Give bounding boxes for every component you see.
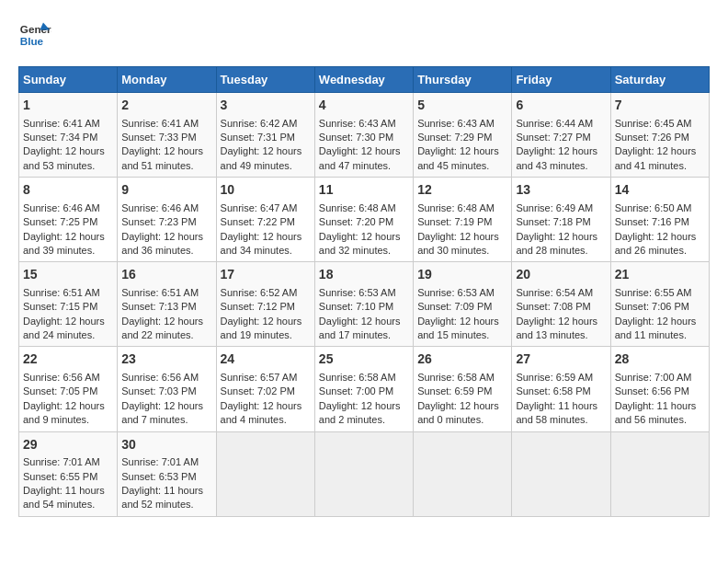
calendar-cell: 10Sunrise: 6:47 AMSunset: 7:22 PMDayligh… <box>216 178 314 262</box>
sunrise: Sunrise: 6:54 AM <box>516 287 593 298</box>
calendar-cell <box>314 431 413 516</box>
sunset: Sunset: 7:30 PM <box>319 132 393 143</box>
daylight: Daylight: 12 hours and 47 minutes. <box>319 145 401 170</box>
sunrise: Sunrise: 6:51 AM <box>23 287 100 298</box>
calendar-cell: 23Sunrise: 6:56 AMSunset: 7:03 PMDayligh… <box>118 347 216 431</box>
day-number: 4 <box>319 97 409 115</box>
daylight: Daylight: 12 hours and 53 minutes. <box>23 145 105 170</box>
sunset: Sunset: 6:53 PM <box>121 471 196 482</box>
calendar-cell: 13Sunrise: 6:49 AMSunset: 7:18 PMDayligh… <box>512 178 610 262</box>
calendar-cell: 25Sunrise: 6:58 AMSunset: 7:00 PMDayligh… <box>314 347 413 431</box>
sunset: Sunset: 7:15 PM <box>23 301 97 312</box>
day-number: 11 <box>319 181 409 200</box>
daylight: Daylight: 12 hours and 45 minutes. <box>417 145 499 170</box>
calendar-cell: 6Sunrise: 6:44 AMSunset: 7:27 PMDaylight… <box>512 93 610 178</box>
svg-text:Blue: Blue <box>20 35 44 47</box>
calendar-cell: 20Sunrise: 6:54 AMSunset: 7:08 PMDayligh… <box>512 262 610 347</box>
daylight: Daylight: 12 hours and 22 minutes. <box>121 316 203 340</box>
sunrise: Sunrise: 6:42 AM <box>221 118 298 129</box>
sunset: Sunset: 7:05 PM <box>23 385 97 396</box>
calendar-cell <box>414 431 512 516</box>
sunset: Sunset: 7:10 PM <box>319 301 393 312</box>
calendar-cell <box>512 431 610 516</box>
sunset: Sunset: 7:16 PM <box>615 216 689 227</box>
col-header-wednesday: Wednesday <box>314 67 413 93</box>
sunrise: Sunrise: 7:00 AM <box>615 372 692 383</box>
day-number: 24 <box>221 350 311 369</box>
calendar-cell: 26Sunrise: 6:58 AMSunset: 6:59 PMDayligh… <box>414 347 512 431</box>
calendar-cell: 16Sunrise: 6:51 AMSunset: 7:13 PMDayligh… <box>118 262 216 347</box>
daylight: Daylight: 12 hours and 24 minutes. <box>23 316 105 340</box>
day-number: 17 <box>221 266 311 284</box>
calendar-cell: 3Sunrise: 6:42 AMSunset: 7:31 PMDaylight… <box>216 93 314 178</box>
day-number: 12 <box>417 181 507 200</box>
sunrise: Sunrise: 7:01 AM <box>23 456 100 467</box>
day-number: 27 <box>516 350 606 369</box>
daylight: Daylight: 12 hours and 32 minutes. <box>319 231 401 256</box>
sunrise: Sunrise: 6:59 AM <box>516 372 593 383</box>
sunrise: Sunrise: 6:53 AM <box>417 287 495 298</box>
daylight: Daylight: 11 hours and 52 minutes. <box>121 485 203 510</box>
sunset: Sunset: 7:19 PM <box>417 216 492 227</box>
daylight: Daylight: 11 hours and 54 minutes. <box>23 485 105 510</box>
sunset: Sunset: 6:55 PM <box>23 471 97 482</box>
sunset: Sunset: 7:00 PM <box>319 385 393 396</box>
sunrise: Sunrise: 6:48 AM <box>417 202 495 213</box>
col-header-sunday: Sunday <box>19 67 118 93</box>
sunset: Sunset: 7:08 PM <box>516 301 590 312</box>
calendar-table: SundayMondayTuesdayWednesdayThursdayFrid… <box>18 66 710 517</box>
day-number: 14 <box>615 181 705 200</box>
sunrise: Sunrise: 6:52 AM <box>221 287 298 298</box>
calendar-cell: 14Sunrise: 6:50 AMSunset: 7:16 PMDayligh… <box>610 178 709 262</box>
calendar-cell: 7Sunrise: 6:45 AMSunset: 7:26 PMDaylight… <box>610 93 709 178</box>
day-number: 10 <box>221 181 311 200</box>
calendar-cell: 22Sunrise: 6:56 AMSunset: 7:05 PMDayligh… <box>19 347 118 431</box>
col-header-friday: Friday <box>512 67 610 93</box>
sunset: Sunset: 7:13 PM <box>121 301 196 312</box>
calendar-cell: 18Sunrise: 6:53 AMSunset: 7:10 PMDayligh… <box>314 262 413 347</box>
calendar-cell: 15Sunrise: 6:51 AMSunset: 7:15 PMDayligh… <box>19 262 118 347</box>
calendar-cell: 30Sunrise: 7:01 AMSunset: 6:53 PMDayligh… <box>118 431 216 516</box>
col-header-tuesday: Tuesday <box>216 67 314 93</box>
sunrise: Sunrise: 6:57 AM <box>221 372 298 383</box>
sunrise: Sunrise: 6:56 AM <box>23 372 100 383</box>
calendar-cell: 2Sunrise: 6:41 AMSunset: 7:33 PMDaylight… <box>118 93 216 178</box>
sunset: Sunset: 7:12 PM <box>221 301 295 312</box>
day-number: 22 <box>23 350 113 369</box>
day-number: 16 <box>121 266 211 284</box>
calendar-cell: 11Sunrise: 6:48 AMSunset: 7:20 PMDayligh… <box>314 178 413 262</box>
day-number: 7 <box>615 97 705 115</box>
day-number: 2 <box>121 97 211 115</box>
sunrise: Sunrise: 6:50 AM <box>615 202 692 213</box>
sunrise: Sunrise: 6:41 AM <box>23 118 100 129</box>
sunset: Sunset: 7:34 PM <box>23 132 97 143</box>
calendar-week-5: 29Sunrise: 7:01 AMSunset: 6:55 PMDayligh… <box>19 431 710 516</box>
sunset: Sunset: 7:20 PM <box>319 216 393 227</box>
daylight: Daylight: 12 hours and 49 minutes. <box>221 145 302 170</box>
logo: General Blue <box>18 18 51 52</box>
day-number: 15 <box>23 266 113 284</box>
calendar-cell: 9Sunrise: 6:46 AMSunset: 7:23 PMDaylight… <box>118 178 216 262</box>
calendar-week-2: 8Sunrise: 6:46 AMSunset: 7:25 PMDaylight… <box>19 178 710 262</box>
sunset: Sunset: 7:33 PM <box>121 132 196 143</box>
calendar-cell: 1Sunrise: 6:41 AMSunset: 7:34 PMDaylight… <box>19 93 118 178</box>
sunset: Sunset: 6:58 PM <box>516 385 590 396</box>
daylight: Daylight: 12 hours and 15 minutes. <box>417 316 499 340</box>
day-number: 21 <box>615 266 705 284</box>
day-number: 18 <box>319 266 409 284</box>
calendar-cell: 5Sunrise: 6:43 AMSunset: 7:29 PMDaylight… <box>414 93 512 178</box>
calendar-cell: 24Sunrise: 6:57 AMSunset: 7:02 PMDayligh… <box>216 347 314 431</box>
day-number: 30 <box>121 436 211 454</box>
sunrise: Sunrise: 6:45 AM <box>615 118 692 129</box>
day-number: 26 <box>417 350 507 369</box>
sunset: Sunset: 6:56 PM <box>615 385 689 396</box>
sunrise: Sunrise: 6:56 AM <box>121 372 199 383</box>
sunset: Sunset: 7:27 PM <box>516 132 590 143</box>
sunset: Sunset: 7:23 PM <box>121 216 196 227</box>
sunset: Sunset: 7:31 PM <box>221 132 295 143</box>
day-number: 20 <box>516 266 606 284</box>
sunrise: Sunrise: 6:47 AM <box>221 202 298 213</box>
calendar-week-1: 1Sunrise: 6:41 AMSunset: 7:34 PMDaylight… <box>19 93 710 178</box>
day-number: 5 <box>417 97 507 115</box>
daylight: Daylight: 12 hours and 7 minutes. <box>121 400 203 425</box>
